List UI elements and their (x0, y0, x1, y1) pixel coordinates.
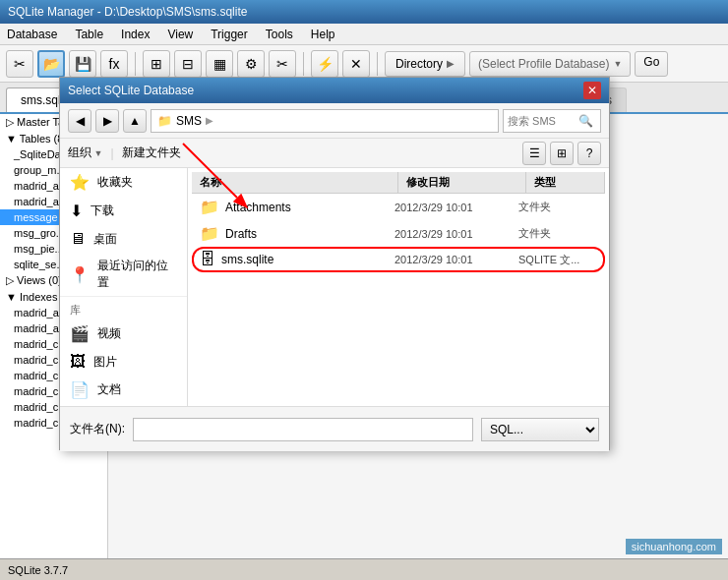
dialog-right-pane: 名称 修改日期 类型 📁 Attachments 2012/3/29 10:01… (188, 168, 609, 406)
folder-icon: 📁 (157, 114, 172, 128)
menu-view[interactable]: View (164, 27, 196, 42)
search-input[interactable] (508, 115, 576, 127)
profile-placeholder: (Select Profile Database) (478, 57, 609, 71)
directory-label: Directory (395, 57, 443, 71)
go-button[interactable]: Go (635, 51, 668, 77)
file-type-sms-sqlite: SQLITE 文... (518, 253, 597, 267)
folder-drafts-icon: 📁 (200, 224, 219, 243)
new-folder-button[interactable]: 新建文件夹 (122, 145, 181, 161)
forward-button[interactable]: ▶ (95, 109, 119, 133)
filename-input[interactable] (133, 418, 473, 441)
toolbar-btn-open[interactable]: 📂 (37, 50, 65, 78)
organize-button[interactable]: 组织 (68, 145, 102, 161)
file-type-drafts: 文件夹 (518, 226, 597, 241)
dialog-footer: 文件名(N): SQL... (60, 406, 609, 451)
menu-help[interactable]: Help (308, 27, 338, 42)
downloads-icon: ⬇ (70, 202, 83, 220)
file-name-drafts: Drafts (225, 227, 389, 241)
menu-bar: Database Table Index View Trigger Tools … (0, 24, 728, 45)
toolbar-btn-6[interactable]: ▦ (206, 50, 233, 78)
file-row-attachments[interactable]: 📁 Attachments 2012/3/29 10:01 文件夹 (192, 194, 605, 220)
toolbar-btn-1[interactable]: ✂ (6, 50, 33, 78)
recent-icon: 📍 (70, 265, 90, 284)
dialog-left-recent[interactable]: 📍 最近访问的位置 (60, 253, 187, 296)
status-text: SQLite 3.7.7 (8, 564, 68, 576)
dialog-left-downloads[interactable]: ⬇ 下载 (60, 197, 187, 225)
dialog-left-favorites[interactable]: ⭐ 收藏夹 (60, 168, 187, 197)
view-controls: ☰ ⊞ ? (522, 142, 601, 165)
menu-trigger[interactable]: Trigger (208, 27, 251, 42)
dialog-left-videos[interactable]: 🎬 视频 (60, 319, 187, 348)
dialog-close-button[interactable]: ✕ (583, 82, 601, 99)
toolbar-btn-5[interactable]: ⊟ (174, 50, 202, 78)
toolbar-btn-10[interactable]: ✕ (342, 50, 370, 78)
dialog-title: Select SQLite Database (68, 84, 194, 97)
toolbar-btn-3[interactable]: 💾 (69, 50, 96, 78)
toolbar-btn-4[interactable]: fx (100, 50, 128, 78)
directory-button[interactable]: Directory ▶ (385, 51, 465, 77)
file-date-drafts: 2012/3/29 10:01 (394, 228, 513, 240)
search-icon: 🔍 (578, 114, 593, 128)
dialog-left-documents[interactable]: 📄 文档 (60, 376, 187, 404)
dialog-left-pane: ⭐ 收藏夹 ⬇ 下载 🖥 桌面 📍 最近访问的位置 库 🎬 视频 🖼 (60, 168, 188, 406)
videos-icon: 🎬 (70, 324, 90, 343)
file-name-attachments: Attachments (225, 201, 389, 214)
status-bar: SQLite 3.7.7 (0, 558, 728, 580)
filename-label: 文件名(N): (70, 421, 125, 437)
dialog-title-bar: Select SQLite Database ✕ (60, 78, 609, 103)
toolbar-btn-9[interactable]: ⚡ (311, 50, 338, 78)
desktop-icon: 🖥 (70, 230, 86, 248)
help-button[interactable]: ? (577, 142, 601, 165)
dialog-left-xunlei[interactable]: ⚡ 迅雷下载 (60, 404, 187, 406)
toolbar-btn-8[interactable]: ✂ (269, 50, 296, 78)
back-button[interactable]: ◀ (68, 109, 91, 133)
toolbar-btn-table[interactable]: ⊞ (143, 50, 170, 78)
menu-database[interactable]: Database (4, 27, 60, 42)
toolbar-separator-3 (377, 52, 378, 76)
col-date: 修改日期 (398, 172, 526, 193)
view-toggle-button[interactable]: ☰ (522, 142, 546, 165)
profile-arrow: ▼ (613, 59, 622, 69)
file-date-attachments: 2012/3/29 10:01 (394, 202, 513, 213)
path-text: SMS (176, 114, 202, 128)
toolbar-btn-7[interactable]: ⚙ (237, 50, 265, 78)
toolbar-separator-1 (135, 52, 136, 76)
up-button[interactable]: ▲ (123, 109, 147, 133)
folder-attachments-icon: 📁 (200, 198, 219, 216)
file-name-sms-sqlite: sms.sqlite (221, 253, 389, 266)
file-row-drafts[interactable]: 📁 Drafts 2012/3/29 10:01 文件夹 (192, 220, 605, 247)
pictures-icon: 🖼 (70, 353, 86, 371)
window-title: SQLite Manager - D:\Desktop\SMS\sms.sqli… (8, 5, 247, 19)
toolbar-separator-2 (303, 52, 304, 76)
path-arrow: ▶ (206, 115, 213, 126)
file-row-sms-sqlite[interactable]: 🗄 sms.sqlite 2012/3/29 10:01 SQLITE 文... (192, 247, 605, 272)
sqlite-file-icon: 🗄 (200, 251, 215, 268)
watermark: sichuanhong.com (626, 539, 722, 554)
menu-table[interactable]: Table (72, 27, 106, 42)
dialog-left-pictures[interactable]: 🖼 图片 (60, 348, 187, 376)
directory-arrow: ▶ (447, 58, 455, 69)
library-header: 库 (60, 296, 187, 319)
favorites-icon: ⭐ (70, 173, 90, 192)
search-box[interactable]: 🔍 (503, 109, 601, 133)
col-type: 类型 (526, 172, 605, 193)
dialog-left-desktop[interactable]: 🖥 桌面 (60, 225, 187, 253)
menu-index[interactable]: Index (118, 27, 152, 42)
filetype-select[interactable]: SQL... (481, 418, 599, 441)
file-dialog: Select SQLite Database ✕ ◀ ▶ ▲ 📁 SMS ▶ 🔍… (59, 77, 610, 450)
dialog-body: ⭐ 收藏夹 ⬇ 下载 🖥 桌面 📍 最近访问的位置 库 🎬 视频 🖼 (60, 168, 609, 406)
file-date-sms-sqlite: 2012/3/29 10:01 (394, 254, 513, 265)
tables-label: ▼ Tables (8) (6, 133, 67, 145)
col-name: 名称 (192, 172, 398, 193)
dialog-content-toolbar: 组织 | 新建文件夹 ☰ ⊞ ? (60, 139, 609, 168)
file-list-header: 名称 修改日期 类型 (192, 172, 605, 194)
menu-tools[interactable]: Tools (263, 27, 296, 42)
path-bar[interactable]: 📁 SMS ▶ (151, 109, 499, 133)
file-type-attachments: 文件夹 (518, 200, 597, 214)
profile-select[interactable]: (Select Profile Database) ▼ (469, 51, 631, 77)
documents-icon: 📄 (70, 380, 90, 399)
view-details-button[interactable]: ⊞ (550, 142, 574, 165)
title-bar: SQLite Manager - D:\Desktop\SMS\sms.sqli… (0, 0, 728, 24)
toolbar-divider: | (110, 146, 113, 160)
dialog-address-toolbar: ◀ ▶ ▲ 📁 SMS ▶ 🔍 (60, 103, 609, 139)
